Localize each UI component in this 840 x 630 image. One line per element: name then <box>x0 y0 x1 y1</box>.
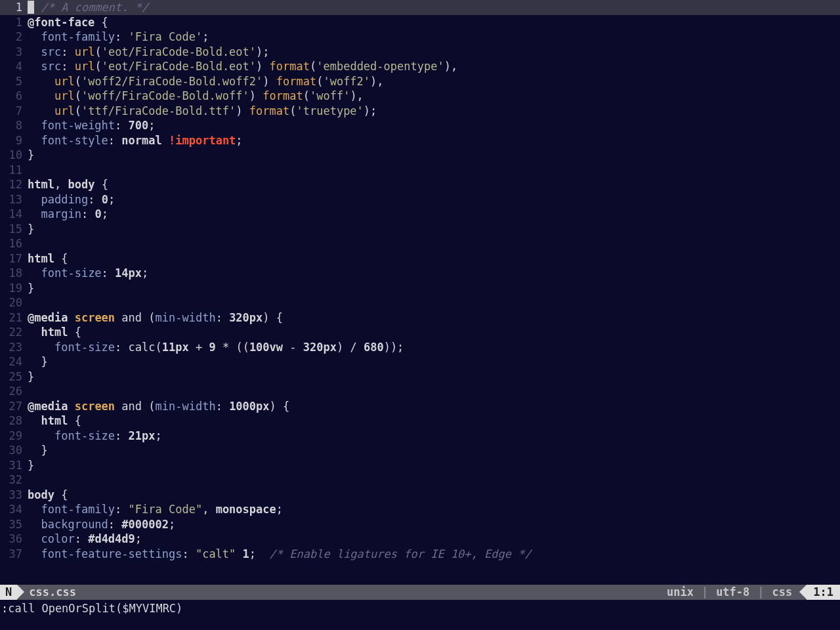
code-line[interactable]: 26 <box>0 384 840 399</box>
line-number: 30 <box>0 443 28 458</box>
code-content: font-weight: 700; <box>28 118 840 133</box>
code-content: @font-face { <box>28 15 840 30</box>
code-line[interactable]: 22 html { <box>0 325 840 340</box>
line-number: 17 <box>0 251 28 266</box>
line-number: 4 <box>0 59 28 74</box>
code-content: /* A comment. */ <box>28 0 840 15</box>
line-number: 25 <box>0 369 28 385</box>
code-line[interactable]: 10} <box>0 148 840 163</box>
code-content <box>28 295 840 310</box>
code-content: font-family: 'Fira Code'; <box>28 30 840 45</box>
line-number: 32 <box>0 472 28 488</box>
code-line[interactable]: 1 /* A comment. */ <box>0 0 840 15</box>
line-number: 6 <box>0 89 28 104</box>
vim-editor: 1 /* A comment. */1@font-face {2 font-fa… <box>0 0 840 630</box>
line-number: 3 <box>0 45 28 60</box>
code-line[interactable]: 25} <box>0 369 840 385</box>
code-line[interactable]: 30 } <box>0 443 840 458</box>
code-content: } <box>28 369 840 385</box>
code-line[interactable]: 34 font-family: "Fira Code", monospace; <box>0 502 840 517</box>
code-content: @media screen and (min-width: 320px) { <box>28 310 840 326</box>
code-content: padding: 0; <box>28 192 840 207</box>
code-content: font-size: 21px; <box>28 429 840 444</box>
filetype: css <box>766 585 799 600</box>
code-line[interactable]: 6 url('woff/FiraCode-Bold.woff') format(… <box>0 89 840 104</box>
code-content <box>28 384 840 399</box>
code-line[interactable]: 4 src: url('eot/FiraCode-Bold.eot') form… <box>0 59 840 74</box>
code-line[interactable]: 18 font-size: 14px; <box>0 266 840 281</box>
code-line[interactable]: 31} <box>0 458 840 473</box>
code-content: body { <box>28 488 840 503</box>
code-line[interactable]: 35 background: #000002; <box>0 517 840 532</box>
code-line[interactable]: 28 html { <box>0 413 840 429</box>
line-number: 20 <box>0 295 28 310</box>
code-line[interactable]: 27@media screen and (min-width: 1000px) … <box>0 399 840 414</box>
code-line[interactable]: 7 url('ttf/FiraCode-Bold.ttf') format('t… <box>0 104 840 119</box>
line-number: 16 <box>0 236 28 251</box>
code-line[interactable]: 36 color: #d4d4d9; <box>0 532 840 547</box>
line-number: 9 <box>0 133 28 148</box>
code-buffer[interactable]: 1 /* A comment. */1@font-face {2 font-fa… <box>0 0 840 585</box>
code-line[interactable]: 14 margin: 0; <box>0 207 840 222</box>
code-line[interactable]: 1@font-face { <box>0 15 840 30</box>
line-number: 37 <box>0 547 28 562</box>
line-number: 7 <box>0 104 28 119</box>
code-line[interactable]: 19} <box>0 281 840 296</box>
code-content <box>28 163 840 178</box>
code-line[interactable]: 29 font-size: 21px; <box>0 429 840 444</box>
line-number: 26 <box>0 384 28 399</box>
code-line[interactable]: 13 padding: 0; <box>0 192 840 207</box>
code-line[interactable]: 33body { <box>0 488 840 503</box>
line-number: 12 <box>0 177 28 192</box>
code-content: html { <box>28 251 840 266</box>
line-number: 21 <box>0 310 28 326</box>
line-number: 19 <box>0 281 28 296</box>
line-number: 27 <box>0 399 28 414</box>
line-number: 22 <box>0 325 28 340</box>
code-line[interactable]: 8 font-weight: 700; <box>0 118 840 133</box>
code-line[interactable]: 17html { <box>0 251 840 266</box>
code-content <box>28 472 840 488</box>
code-line[interactable]: 11 <box>0 163 840 178</box>
code-line[interactable]: 5 url('woff2/FiraCode-Bold.woff2') forma… <box>0 74 840 89</box>
line-number: 24 <box>0 354 28 369</box>
line-number: 28 <box>0 413 28 429</box>
code-line[interactable]: 37 font-feature-settings: "calt" 1; /* E… <box>0 547 840 562</box>
code-line[interactable]: 9 font-style: normal !important; <box>0 133 840 148</box>
line-number: 1 <box>0 15 28 30</box>
code-content: background: #000002; <box>28 517 840 532</box>
line-number: 11 <box>0 163 28 178</box>
code-content: url('ttf/FiraCode-Bold.ttf') format('tru… <box>28 104 840 119</box>
line-number: 13 <box>0 192 28 207</box>
code-line[interactable]: 15} <box>0 222 840 237</box>
mode-indicator: N <box>0 585 17 600</box>
code-line[interactable]: 23 font-size: calc(11px + 9 * ((100vw - … <box>0 340 840 355</box>
code-line[interactable]: 2 font-family: 'Fira Code'; <box>0 30 840 45</box>
code-content: } <box>28 281 840 296</box>
status-sep: | <box>700 585 709 600</box>
code-content: font-family: "Fira Code", monospace; <box>28 502 840 517</box>
line-number: 10 <box>0 148 28 163</box>
code-line[interactable]: 3 src: url('eot/FiraCode-Bold.eot'); <box>0 45 840 60</box>
code-content: html { <box>28 325 840 340</box>
code-content: } <box>28 443 840 458</box>
code-line[interactable]: 16 <box>0 236 840 251</box>
line-number: 35 <box>0 517 28 532</box>
line-number: 18 <box>0 266 28 281</box>
code-line[interactable]: 24 } <box>0 354 840 369</box>
code-content: margin: 0; <box>28 207 840 222</box>
code-content: @media screen and (min-width: 1000px) { <box>28 399 840 414</box>
code-line[interactable]: 12html, body { <box>0 177 840 192</box>
code-line[interactable]: 32 <box>0 472 840 488</box>
encoding: utf-8 <box>709 585 756 600</box>
code-line[interactable]: 20 <box>0 295 840 310</box>
code-line[interactable]: 21@media screen and (min-width: 320px) { <box>0 310 840 326</box>
code-content: src: url('eot/FiraCode-Bold.eot'); <box>28 45 840 60</box>
code-content: } <box>28 458 840 473</box>
command-line[interactable]: :call OpenOrSplit($MYVIMRC) <box>0 600 840 630</box>
code-content: html { <box>28 413 840 429</box>
line-number: 36 <box>0 532 28 547</box>
fileformat: unix <box>660 585 700 600</box>
status-sep: | <box>756 585 765 600</box>
line-number: 2 <box>0 30 28 45</box>
